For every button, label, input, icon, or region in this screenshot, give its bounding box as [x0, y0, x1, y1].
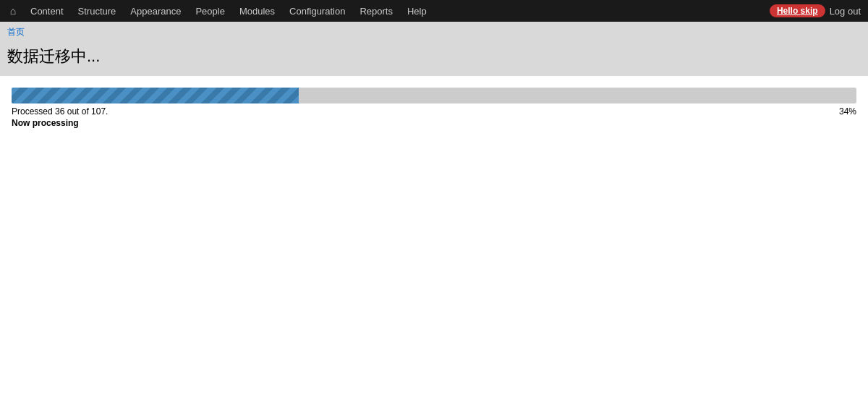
- navbar-item-content[interactable]: Content: [23, 0, 71, 22]
- progress-status: Processed 36 out of 107.: [12, 106, 108, 117]
- navbar-item-appearance[interactable]: Appearance: [123, 0, 188, 22]
- hello-skip-button[interactable]: Hello skip: [770, 4, 825, 17]
- progress-percent: 34%: [839, 106, 856, 117]
- progress-container: Processed 36 out of 107. 34% Now process…: [12, 88, 856, 128]
- navbar-item-modules[interactable]: Modules: [232, 0, 282, 22]
- navbar-item-help[interactable]: Help: [400, 0, 434, 22]
- home-icon[interactable]: ⌂: [3, 0, 23, 22]
- main-content: Processed 36 out of 107. 34% Now process…: [0, 76, 868, 145]
- logout-link[interactable]: Log out: [830, 6, 861, 17]
- progress-text-row: Processed 36 out of 107. 34%: [12, 106, 856, 117]
- now-processing-label: Now processing: [12, 118, 856, 128]
- hello-prefix: Hello: [777, 6, 801, 16]
- navbar-items: Content Structure Appearance People Modu…: [23, 0, 770, 22]
- page-header: 数据迁移中...: [0, 43, 868, 76]
- navbar-item-reports[interactable]: Reports: [352, 0, 400, 22]
- progress-bar-inner: [12, 88, 299, 104]
- navbar-item-people[interactable]: People: [188, 0, 231, 22]
- hello-user: skip: [801, 6, 818, 16]
- navbar-item-configuration[interactable]: Configuration: [282, 0, 352, 22]
- navbar-item-structure[interactable]: Structure: [71, 0, 124, 22]
- navbar: ⌂ Content Structure Appearance People Mo…: [0, 0, 868, 22]
- breadcrumb-home[interactable]: 首页: [7, 27, 25, 37]
- page-title: 数据迁移中...: [7, 46, 861, 67]
- progress-bar-outer: [12, 88, 856, 104]
- navbar-right: Hello skip Log out: [770, 4, 861, 17]
- breadcrumb-bar: 首页: [0, 22, 868, 43]
